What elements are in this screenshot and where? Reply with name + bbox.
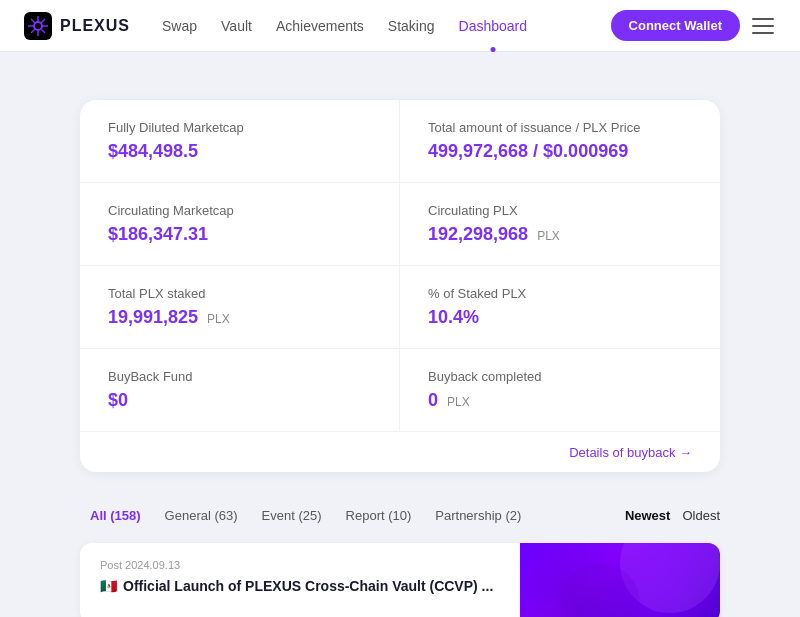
menu-line-3 xyxy=(752,32,774,34)
stat-value-sp: 10.4% xyxy=(428,307,692,328)
buyback-details-link[interactable]: Details of buyback → xyxy=(569,445,692,460)
post-emoji-0: 🇲🇽 xyxy=(100,577,117,597)
main-nav: Swap Vault Achievements Staking Dashboar… xyxy=(162,18,611,34)
menu-line-2 xyxy=(752,25,774,27)
stat-unit-bc: PLX xyxy=(447,395,470,409)
stat-buyback-fund: BuyBack Fund $0 xyxy=(80,349,400,431)
stat-value-cp: 192,298,968 PLX xyxy=(428,224,692,245)
stat-value-bf-text: $0 xyxy=(108,390,128,410)
filter-tab-partnership[interactable]: Partnership (2) xyxy=(425,504,531,527)
sort-group: Newest Oldest xyxy=(625,508,720,523)
connect-wallet-button[interactable]: Connect Wallet xyxy=(611,10,740,41)
stat-label-bf: BuyBack Fund xyxy=(108,369,371,384)
sort-newest-button[interactable]: Newest xyxy=(625,508,671,523)
nav-swap[interactable]: Swap xyxy=(162,18,197,34)
filter-tab-general[interactable]: General (63) xyxy=(155,504,248,527)
stat-label-cm: Circulating Marketcap xyxy=(108,203,371,218)
stat-value-fdm-text: $484,498.5 xyxy=(108,141,198,161)
stat-staked-percent: % of Staked PLX 10.4% xyxy=(400,266,720,349)
stat-value-cm-text: $186,347.31 xyxy=(108,224,208,244)
menu-line-1 xyxy=(752,18,774,20)
filter-tab-all[interactable]: All (158) xyxy=(80,504,151,527)
sort-oldest-button[interactable]: Oldest xyxy=(682,508,720,523)
stat-total-plx-staked: Total PLX staked 19,991,825 PLX xyxy=(80,266,400,349)
stat-circulating-marketcap: Circulating Marketcap $186,347.31 xyxy=(80,183,400,266)
stat-label-cp: Circulating PLX xyxy=(428,203,692,218)
logo-text: PLEXUS xyxy=(60,17,130,35)
stats-card: Fully Diluted Marketcap $484,498.5 Total… xyxy=(80,100,720,472)
stat-value-tps-text: 19,991,825 xyxy=(108,307,198,327)
stat-unit-cp: PLX xyxy=(537,229,560,243)
nav-dashboard[interactable]: Dashboard xyxy=(459,18,528,34)
nav-achievements[interactable]: Achievements xyxy=(276,18,364,34)
post-card-0[interactable]: Post 2024.09.13 🇲🇽 Official Launch of PL… xyxy=(80,543,720,617)
stat-value-ti: 499,972,668 / $0.000969 xyxy=(428,141,692,162)
post-image-0 xyxy=(520,543,720,617)
stat-label-tps: Total PLX staked xyxy=(108,286,371,301)
logo-icon xyxy=(24,12,52,40)
filter-tab-report[interactable]: Report (10) xyxy=(336,504,422,527)
stat-label-ti: Total amount of issuance / PLX Price xyxy=(428,120,692,135)
stat-value-sp-text: 10.4% xyxy=(428,307,479,327)
stat-circulating-plx: Circulating PLX 192,298,968 PLX xyxy=(400,183,720,266)
post-title-text-0: Official Launch of PLEXUS Cross-Chain Va… xyxy=(123,577,493,597)
post-title-0: 🇲🇽 Official Launch of PLEXUS Cross-Chain… xyxy=(100,577,500,597)
filter-tab-event[interactable]: Event (25) xyxy=(252,504,332,527)
stat-total-issuance: Total amount of issuance / PLX Price 499… xyxy=(400,100,720,183)
nav-vault[interactable]: Vault xyxy=(221,18,252,34)
stat-value-ti-text: 499,972,668 / $0.000969 xyxy=(428,141,628,161)
stat-unit-tps: PLX xyxy=(207,312,230,326)
header: PLEXUS Swap Vault Achievements Staking D… xyxy=(0,0,800,52)
stat-buyback-completed: Buyback completed 0 PLX xyxy=(400,349,720,431)
stat-value-bf: $0 xyxy=(108,390,371,411)
stat-fully-diluted-marketcap: Fully Diluted Marketcap $484,498.5 xyxy=(80,100,400,183)
buyback-link-row: Details of buyback → xyxy=(80,431,720,472)
filter-row: All (158) General (63) Event (25) Report… xyxy=(80,504,720,527)
stat-value-cp-text: 192,298,968 xyxy=(428,224,528,244)
stat-label-bc: Buyback completed xyxy=(428,369,692,384)
post-content-0: Post 2024.09.13 🇲🇽 Official Launch of PL… xyxy=(80,543,520,617)
stat-value-tps: 19,991,825 PLX xyxy=(108,307,371,328)
filter-tabs: All (158) General (63) Event (25) Report… xyxy=(80,504,531,527)
stat-value-bc: 0 PLX xyxy=(428,390,692,411)
stat-value-bc-text: 0 xyxy=(428,390,438,410)
stat-label-sp: % of Staked PLX xyxy=(428,286,692,301)
post-image-graphic-0 xyxy=(520,543,720,617)
nav-staking[interactable]: Staking xyxy=(388,18,435,34)
main-content: Fully Diluted Marketcap $484,498.5 Total… xyxy=(0,52,800,617)
post-date-0: Post 2024.09.13 xyxy=(100,559,500,571)
stat-value-fdm: $484,498.5 xyxy=(108,141,371,162)
header-actions: Connect Wallet xyxy=(611,10,776,41)
stats-grid: Fully Diluted Marketcap $484,498.5 Total… xyxy=(80,100,720,431)
hamburger-menu-button[interactable] xyxy=(752,14,776,38)
stat-label-fdm: Fully Diluted Marketcap xyxy=(108,120,371,135)
stat-value-cm: $186,347.31 xyxy=(108,224,371,245)
logo[interactable]: PLEXUS xyxy=(24,12,130,40)
